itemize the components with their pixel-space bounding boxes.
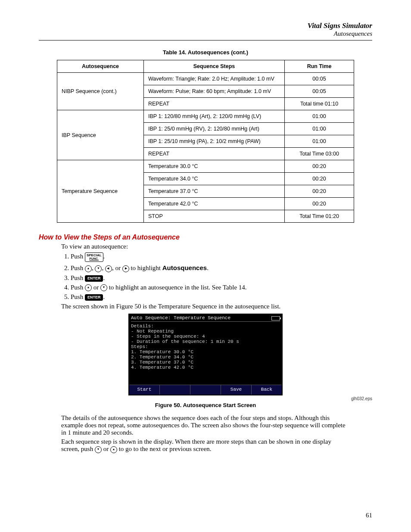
th-autosequence: Autosequence	[57, 60, 144, 73]
step-text: .	[103, 293, 105, 300]
step-item: Push or to highlight an autosequence in …	[71, 284, 372, 292]
step-text: Push	[71, 274, 85, 281]
time-cell: Total Time 03:00	[285, 148, 354, 160]
highlight-word: Autosquences	[162, 264, 207, 271]
lcd-line: - Steps in the sequence: 4	[131, 334, 280, 339]
step-cell: REPEAT	[144, 148, 285, 160]
softkey-empty	[160, 385, 190, 395]
enter-key: ENTER	[85, 275, 103, 282]
lcd-line: - Not Repeating	[131, 329, 280, 334]
lcd-line: 1. Temperature 30.0 °C	[131, 349, 280, 355]
table-row: NIBP Sequence (cont.) Waveform: Triangle…	[57, 73, 354, 85]
time-cell: 00:05	[285, 85, 354, 98]
step-text: to highlight	[131, 264, 162, 271]
figure-caption: Figure 50. Autosequence Start Screen	[39, 402, 372, 408]
lcd-line: Details:	[131, 324, 280, 329]
left-arrow-icon	[105, 265, 112, 272]
softkey-row: Start Save Back	[129, 385, 282, 395]
key-line2: FUNC.	[90, 257, 99, 260]
enter-key: ENTER	[85, 294, 103, 301]
time-cell: 00:05	[285, 73, 354, 85]
up-arrow-icon	[85, 265, 92, 272]
th-run-time: Run Time	[285, 60, 354, 73]
time-cell: Total time 01:10	[285, 98, 354, 110]
time-cell: Total Time 01:20	[285, 210, 354, 223]
section-heading: How to View the Steps of an Autosequence	[39, 233, 372, 241]
special-func-key: SPECIAL FUNC.	[85, 252, 103, 262]
step-text: .	[103, 274, 105, 281]
step-text: .	[207, 264, 209, 271]
softkey-empty	[190, 385, 221, 395]
time-cell: 00:20	[285, 198, 354, 210]
softkey-save: Save	[221, 385, 252, 395]
down-arrow-icon	[100, 284, 107, 291]
page-number: 61	[366, 512, 372, 519]
step-cell: IBP 1: 25/0 mmHg (RV), 2: 120/80 mmHg (A…	[144, 123, 285, 135]
paragraph: The details of the autosequence shows th…	[61, 414, 346, 436]
step-cell: Temperature 34.0 °C	[144, 173, 285, 185]
step-cell: REPEAT	[144, 98, 285, 110]
autosequence-table: Autosequence Sequence Steps Run Time NIB…	[57, 60, 354, 223]
time-cell: 01:00	[285, 135, 354, 148]
softkey-back: Back	[252, 385, 282, 395]
lcd-title: Auto Sequence: Temperature Sequence	[131, 315, 230, 320]
th-sequence-steps: Sequence Steps	[144, 60, 285, 73]
para-text: to go to the next or previous screen.	[119, 445, 212, 452]
step-cell: IBP 1: 25/10 mmHg (PA), 2: 10/2 mmHg (PA…	[144, 135, 285, 148]
table-row: Temperature Sequence Temperature 30.0 °C…	[57, 160, 354, 173]
header-rule	[39, 40, 372, 40]
time-cell: 01:00	[285, 123, 354, 135]
time-cell: 01:00	[285, 110, 354, 123]
page-header: Vital Signs Simulator Autosequences	[39, 22, 372, 37]
step-text: Push	[71, 284, 85, 291]
step-cell: Waveform: Pulse; Rate: 60 bpm; Amplitude…	[144, 85, 285, 98]
step-cell: Temperature 42.0 °C	[144, 198, 285, 210]
key-line1: SPECIAL	[87, 253, 102, 257]
section-intro: To view an autosequence:	[61, 243, 346, 250]
down-arrow-icon	[95, 265, 102, 272]
eps-label: glh032.eps	[39, 396, 372, 401]
step-text: Push	[71, 293, 85, 300]
after-steps-text: The screen shown in Figure 50 is the Tem…	[61, 303, 346, 310]
step-text: ,	[102, 264, 105, 271]
time-cell: 00:20	[285, 160, 354, 173]
group-name-cell: NIBP Sequence (cont.)	[57, 73, 144, 110]
header-title: Vital Signs Simulator	[39, 22, 372, 30]
lcd-line: 3. Temperature 37.0 °C	[131, 360, 280, 365]
step-item: Push SPECIAL FUNC. .	[71, 252, 372, 262]
down-arrow-icon	[95, 446, 102, 453]
step-list: Push SPECIAL FUNC. . Push , , , or to hi…	[61, 252, 372, 301]
step-cell: Temperature 37.0 °C	[144, 185, 285, 198]
softkey-start: Start	[129, 385, 160, 395]
step-text: Push	[71, 253, 85, 260]
step-cell: Temperature 30.0 °C	[144, 160, 285, 173]
step-cell: IBP 1: 120/80 mmHg (Art), 2: 120/0 mmHg …	[144, 110, 285, 123]
up-arrow-icon	[110, 446, 117, 453]
lcd-line: 2. Temperature 34.0 °C	[131, 355, 280, 360]
step-cell: Waveform: Triangle; Rate: 2.0 Hz; Amplit…	[144, 73, 285, 85]
group-name-cell: IBP Sequence	[57, 110, 144, 160]
step-text: .	[103, 253, 105, 260]
step-text: or	[93, 284, 100, 291]
para-text: or	[103, 445, 110, 452]
paragraph: Each sequence step is shown in the displ…	[61, 438, 346, 453]
table-header-row: Autosequence Sequence Steps Run Time	[57, 60, 354, 73]
table-caption: Table 14. Autosequences (cont.)	[39, 49, 372, 56]
step-item: Push , , , or to highlight Autosquences.	[71, 264, 372, 272]
step-text: , or	[112, 264, 122, 271]
table-row: IBP Sequence IBP 1: 120/80 mmHg (Art), 2…	[57, 110, 354, 123]
up-arrow-icon	[85, 284, 92, 291]
time-cell: 00:20	[285, 173, 354, 185]
step-text: Push	[71, 264, 85, 271]
right-arrow-icon	[122, 265, 129, 272]
step-cell: STOP	[144, 210, 285, 223]
lcd-line: Steps:	[131, 344, 280, 349]
step-text: to highlight an autosequence in the list…	[109, 284, 247, 291]
time-cell: 00:20	[285, 185, 354, 198]
step-item: Push ENTER.	[71, 274, 372, 282]
battery-icon	[271, 316, 280, 320]
step-text: ,	[92, 264, 95, 271]
header-subtitle: Autosequences	[39, 30, 372, 37]
lcd-line: - Duration of the sequence: 1 min 20 s	[131, 339, 280, 344]
group-name-cell: Temperature Sequence	[57, 160, 144, 223]
